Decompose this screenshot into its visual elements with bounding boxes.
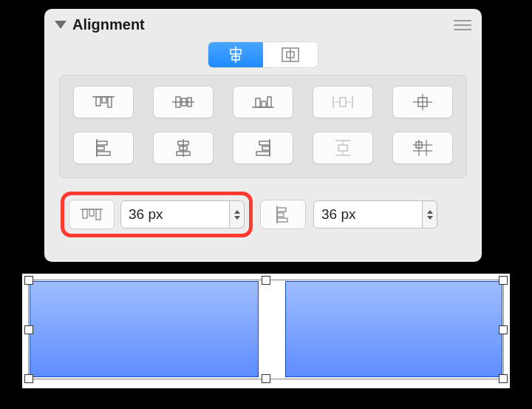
svg-rect-15 [256, 98, 260, 107]
alignment-mode-segment [44, 42, 482, 67]
svg-rect-27 [97, 141, 107, 145]
svg-rect-40 [338, 145, 347, 151]
horizontal-spacing-input[interactable]: 36 px [120, 200, 230, 229]
svg-rect-35 [259, 141, 270, 145]
distribute-v-icon [274, 206, 292, 223]
panel-menu-icon[interactable] [454, 20, 471, 30]
resize-handle[interactable] [499, 325, 508, 334]
svg-rect-37 [256, 152, 270, 155]
alignment-inspector-panel: Alignment [44, 9, 482, 262]
resize-handle[interactable] [499, 276, 508, 285]
horizontal-spacing-highlight: 36 px [61, 192, 253, 237]
stepper-down-icon [234, 216, 240, 220]
stepper-up-icon [234, 210, 240, 214]
spread-vertically-button[interactable] [313, 132, 373, 164]
align-to-canvas-segment[interactable] [263, 42, 318, 67]
svg-rect-9 [108, 97, 112, 107]
svg-rect-28 [97, 146, 104, 150]
svg-rect-29 [97, 152, 110, 155]
svg-rect-7 [96, 97, 100, 106]
spread-horizontally-button[interactable] [313, 86, 373, 118]
align-top-button[interactable] [73, 86, 134, 118]
panel-header: Alignment [44, 9, 482, 38]
resize-handle[interactable] [262, 374, 270, 383]
resize-handle[interactable] [24, 374, 33, 383]
svg-rect-17 [267, 97, 271, 107]
disclosure-triangle-icon[interactable] [55, 21, 66, 29]
horizontal-spacing-stepper[interactable] [230, 200, 245, 229]
svg-rect-54 [277, 213, 284, 217]
align-canvas-icon [281, 47, 300, 63]
align-vertical-center-button[interactable] [153, 86, 214, 118]
align-to-selection-segment[interactable] [208, 42, 263, 67]
spacing-controls-row: 36 px 36 px [44, 178, 482, 237]
svg-rect-8 [102, 97, 106, 103]
resize-handle[interactable] [262, 276, 270, 285]
vertical-spacing-stepper[interactable] [423, 200, 437, 229]
align-right-button[interactable] [233, 132, 293, 164]
alignment-button-grid [59, 75, 467, 178]
svg-rect-50 [89, 209, 94, 216]
canvas-area[interactable] [22, 274, 510, 388]
distribute-h-icon [81, 206, 103, 223]
align-horizontal-center-button[interactable] [153, 132, 214, 164]
resize-handle[interactable] [24, 276, 33, 285]
distribute-vertical-spacing-button[interactable] [260, 200, 306, 229]
svg-rect-20 [340, 98, 346, 107]
svg-rect-16 [262, 101, 266, 107]
align-center-both-button[interactable] [392, 86, 453, 118]
distribute-horizontal-spacing-button[interactable] [69, 200, 115, 229]
stepper-up-icon [427, 210, 433, 214]
align-selection-icon [226, 47, 245, 63]
align-left-button[interactable] [73, 132, 134, 164]
svg-rect-36 [262, 146, 270, 150]
svg-rect-49 [83, 209, 87, 218]
svg-rect-53 [277, 208, 286, 212]
panel-title: Alignment [72, 16, 454, 33]
selection-bounds [28, 280, 504, 379]
resize-handle[interactable] [24, 325, 33, 334]
stepper-down-icon [427, 216, 433, 220]
resize-handle[interactable] [499, 374, 508, 383]
vertical-spacing-input[interactable]: 36 px [313, 200, 423, 229]
align-bottom-button[interactable] [233, 86, 293, 118]
svg-rect-55 [277, 218, 287, 222]
align-grid-button[interactable] [392, 132, 453, 164]
svg-rect-51 [96, 209, 100, 220]
